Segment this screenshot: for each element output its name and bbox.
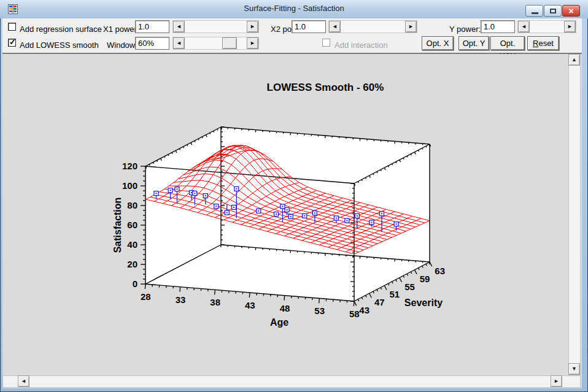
svg-text:33: 33 — [176, 294, 186, 305]
window-scroll-right-icon[interactable]: ► — [247, 37, 258, 49]
add-interaction-checkbox — [322, 39, 330, 47]
add-regression-checkbox[interactable] — [8, 23, 16, 31]
x1-power-label: X1 power: — [103, 25, 139, 34]
y-power-input[interactable] — [481, 20, 515, 33]
add-lowess-checkbox[interactable]: ✓ — [8, 39, 16, 47]
svg-text:48: 48 — [280, 303, 290, 313]
client-area: Add regression surface X1 power: ◄ ► X2 … — [2, 18, 582, 388]
x1-scroll-left-icon[interactable]: ◄ — [173, 21, 185, 33]
chart-title: LOWESS Smooth - 60% — [233, 82, 417, 94]
svg-text:120: 120 — [122, 161, 137, 171]
svg-text:43: 43 — [359, 305, 369, 315]
titlebar[interactable]: Surface-Fitting - Satisfaction × — [0, 0, 588, 18]
y-axis-title: Satisfaction — [112, 198, 123, 253]
y-scroll-left-icon[interactable]: ◄ — [518, 21, 530, 33]
vertical-scrollbar[interactable]: ▲ ▼ — [568, 54, 581, 375]
svg-text:40: 40 — [127, 239, 137, 250]
plot-box — [145, 127, 430, 301]
x1-power-scrollbar[interactable]: ◄ ► — [172, 20, 259, 33]
close-icon: × — [563, 6, 579, 16]
window-pct-input[interactable] — [135, 37, 169, 50]
x-axis-title: Age — [270, 317, 288, 328]
window-pct-label: Window: — [107, 40, 137, 50]
opt-y-button[interactable]: Opt. Y — [458, 36, 489, 50]
scroll-down-icon[interactable]: ▼ — [568, 363, 580, 375]
reset-label-first: R — [533, 39, 538, 48]
window-pct-scrollbar[interactable]: ◄ ► — [172, 37, 259, 50]
opt-xy-button[interactable]: Opt. X&Y — [490, 36, 525, 50]
minimize-icon — [532, 12, 538, 14]
window-title: Surface-Fitting - Satisfaction — [0, 4, 588, 13]
opt-x-button[interactable]: Opt. X — [422, 36, 454, 50]
scroll-up-icon[interactable]: ▲ — [568, 54, 580, 66]
window-controls: × — [525, 5, 580, 17]
reset-button[interactable]: Reset — [527, 36, 559, 50]
svg-text:38: 38 — [210, 297, 220, 307]
toolbar: Add regression surface X1 power: ◄ ► X2 … — [2, 18, 582, 54]
svg-text:53: 53 — [314, 306, 325, 316]
svg-text:51: 51 — [390, 289, 400, 299]
add-lowess-label: Add LOWESS smooth — [20, 40, 99, 50]
y-power-scrollbar[interactable]: ◄ ► — [517, 20, 576, 33]
app-window: Surface-Fitting - Satisfaction × Add reg… — [0, 0, 588, 392]
x2-scroll-left-icon[interactable]: ◄ — [329, 21, 341, 33]
minimize-button[interactable] — [525, 5, 543, 17]
horizontal-scrollbar[interactable]: ◄ ► — [2, 375, 581, 388]
plot-area: LOWESS Smooth - 60% 02040608010012028333… — [2, 54, 568, 375]
depth-axis-title: Severity — [404, 298, 443, 308]
x1-power-input[interactable] — [135, 20, 169, 33]
svg-text:63: 63 — [435, 266, 445, 276]
x2-power-scrollbar[interactable]: ◄ ► — [328, 20, 417, 33]
check-icon: ✓ — [9, 37, 16, 47]
y-power-label: Y power: — [449, 25, 481, 34]
svg-text:60: 60 — [127, 220, 137, 230]
svg-text:59: 59 — [420, 274, 430, 284]
scroll-right-icon[interactable]: ► — [551, 375, 562, 387]
reset-label-rest: eset — [538, 39, 554, 48]
svg-text:43: 43 — [245, 300, 255, 310]
svg-text:58: 58 — [349, 309, 360, 319]
svg-text:20: 20 — [127, 259, 137, 269]
svg-text:47: 47 — [374, 297, 385, 307]
window-scroll-left-icon[interactable]: ◄ — [173, 37, 185, 49]
x2-scroll-right-icon[interactable]: ► — [405, 21, 417, 33]
x1-scroll-right-icon[interactable]: ► — [247, 21, 258, 33]
maximize-button[interactable] — [544, 5, 562, 17]
scroll-left-icon[interactable]: ◄ — [18, 375, 29, 387]
x2-power-input[interactable] — [292, 20, 326, 33]
close-button[interactable]: × — [562, 5, 580, 17]
y-scroll-right-icon[interactable]: ► — [564, 21, 576, 33]
svg-text:100: 100 — [122, 180, 137, 191]
add-regression-label: Add regression surface — [20, 25, 102, 34]
svg-text:0: 0 — [133, 279, 137, 289]
lowess-3d-plot: 0204060801001202833384348535843475155596… — [2, 54, 568, 375]
add-interaction-label: Add interaction — [335, 40, 388, 50]
svg-text:28: 28 — [141, 291, 151, 302]
window-scroll-thumb[interactable] — [222, 37, 237, 49]
svg-text:80: 80 — [127, 200, 137, 210]
maximize-icon — [550, 9, 556, 13]
svg-text:55: 55 — [404, 282, 415, 292]
